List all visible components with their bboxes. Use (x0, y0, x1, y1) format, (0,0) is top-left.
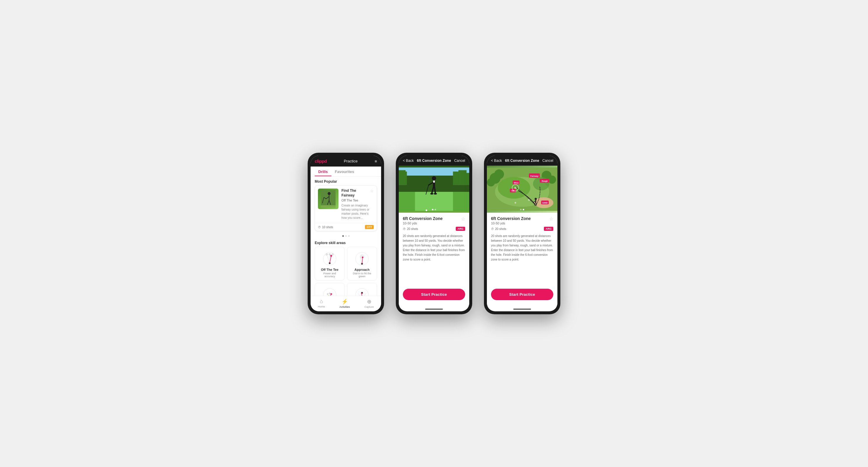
skill-card-off-tee[interactable]: Off The Tee Power and accuracy (315, 247, 345, 280)
phone3-header: < Back 6ft Conversion Zone Cancel (487, 156, 557, 166)
drill-description: 20 shots are randomly generated at dista… (403, 234, 465, 262)
putting-icon (355, 288, 369, 296)
detail-footer: Start Practice (399, 286, 469, 304)
home-bar (425, 309, 443, 309)
svg-rect-64 (433, 180, 435, 182)
cancel-button-3[interactable]: Cancel (542, 159, 553, 163)
drill-meta: ⏱ 20 shots ARG (403, 227, 465, 231)
tab-drills[interactable]: Drills (315, 167, 332, 176)
detail-title-3: 6ft Conversion Zone (505, 159, 539, 163)
start-practice-button[interactable]: Start Practice (403, 289, 465, 300)
drill-range-3: 10-50 yds (491, 222, 531, 225)
svg-rect-50 (399, 170, 405, 185)
phone-2: < Back 6ft Conversion Zone Cancel (396, 153, 472, 314)
nav-activities[interactable]: ⚡ Activities (339, 298, 350, 308)
svg-rect-55 (415, 192, 453, 211)
svg-point-28 (323, 289, 336, 296)
image-dots-3 (520, 209, 524, 210)
nav-capture[interactable]: ⊕ Capture (364, 298, 374, 308)
dot-3 (348, 235, 350, 237)
img-dot-2 (435, 209, 436, 210)
skill-card-around-green[interactable]: Around The Green Hone your short game (315, 283, 345, 296)
menu-icon[interactable]: ≡ (375, 159, 377, 164)
svg-point-63 (434, 193, 437, 195)
home-icon: ⌂ (320, 298, 323, 305)
header-title: Practice (344, 159, 358, 163)
badge-ott: OTT (365, 225, 374, 229)
phone2-header: < Back 6ft Conversion Zone Cancel (399, 156, 469, 166)
drill-card-carousel: Find The Fairway Off The Tee ☆ Create an… (311, 185, 381, 234)
star-icon-detail[interactable]: ☆ (461, 216, 465, 222)
svg-point-33 (331, 293, 332, 295)
timer-icon-3: ⏱ (491, 227, 494, 231)
cancel-button[interactable]: Cancel (454, 159, 465, 163)
image-dots (432, 209, 436, 210)
golfer-image (321, 190, 336, 208)
logo: clippd (315, 159, 327, 164)
phone-1: clippd Practice ≡ Drills Favourites Most… (308, 153, 384, 314)
svg-point-92 (514, 187, 516, 189)
shots-info: ⏱ 20 shots (403, 227, 418, 231)
bottom-nav: ⌂ Home ⚡ Activities ⊕ Capture (311, 296, 381, 311)
svg-point-71 (487, 178, 495, 187)
skill-desc-approach: Dial-in to hit the green (350, 272, 374, 278)
nav-activities-label: Activities (339, 305, 350, 308)
badge-arg-3: ARG (544, 227, 553, 231)
skill-card-approach[interactable]: Approach Dial-in to hit the green (347, 247, 377, 280)
around-green-icon (322, 288, 337, 296)
svg-text:Fairway: Fairway (530, 175, 538, 177)
activities-icon: ⚡ (341, 298, 348, 305)
clock-icon: ⏱ (318, 226, 321, 229)
card-image-inner (318, 189, 339, 209)
card-text: Find The Fairway Off The Tee ☆ Create an… (341, 189, 374, 220)
svg-rect-85 (535, 200, 536, 203)
svg-line-26 (362, 257, 363, 264)
svg-text:Miss: Miss (514, 181, 518, 184)
svg-point-44 (361, 293, 362, 294)
card-footer: ⏱ 10 shots OTT (315, 223, 377, 231)
off-tee-icon-area (318, 251, 341, 267)
img-dot-3-1 (520, 209, 522, 210)
star-icon[interactable]: ☆ (370, 189, 374, 193)
svg-point-18 (330, 255, 332, 257)
off-tee-icon (322, 252, 337, 266)
img-dot-3-2 (523, 209, 524, 210)
drill-description-3: 20 shots are randomly generated at dista… (491, 234, 553, 262)
star-icon-detail-3[interactable]: ☆ (549, 216, 553, 222)
svg-point-65 (426, 209, 427, 211)
svg-rect-8 (321, 205, 336, 208)
shots-info-3: ⏱ 20 shots (491, 227, 506, 231)
phone-3: < Back 6ft Conversion Zone Cancel (484, 153, 560, 314)
start-practice-button-3[interactable]: Start Practice (491, 289, 553, 300)
svg-point-84 (534, 198, 536, 200)
back-button-3[interactable]: < Back (491, 159, 502, 163)
shots-text: ⏱ 10 shots (318, 226, 333, 229)
skill-name-off-tee: Off The Tee (318, 268, 341, 271)
svg-line-40 (362, 293, 366, 296)
dot-1 (342, 235, 344, 237)
golfer-scene (399, 166, 469, 213)
drill-card[interactable]: Find The Fairway Off The Tee ☆ Create an… (315, 185, 377, 231)
carousel-dots (311, 234, 381, 238)
svg-point-62 (430, 193, 433, 195)
detail-content-3: 6ft Conversion Zone 10-50 yds ☆ ⏱ 20 sho… (487, 213, 557, 286)
skill-card-putting[interactable]: Putting Make and lag practice (347, 283, 377, 296)
putting-icon-area (350, 287, 374, 296)
img-dot-1 (432, 209, 433, 210)
tab-favourites[interactable]: Favourites (332, 167, 358, 176)
nav-home[interactable]: ⌂ Home (318, 298, 325, 308)
svg-line-88 (536, 203, 536, 205)
home-bar-3 (513, 309, 531, 309)
svg-point-1 (328, 192, 331, 195)
svg-point-27 (362, 257, 364, 258)
back-button[interactable]: < Back (403, 159, 414, 163)
timer-icon: ⏱ (403, 227, 406, 231)
nav-capture-label: Capture (364, 305, 374, 308)
skill-desc-off-tee: Power and accuracy (318, 272, 341, 278)
course-map-image: Fairway Rough Miss Hit (487, 166, 557, 213)
approach-icon-area (350, 251, 374, 267)
card-subtitle: Off The Tee (341, 198, 370, 202)
screen-content: Most Popular (311, 176, 381, 296)
svg-point-56 (432, 176, 436, 180)
detail-title: 6ft Conversion Zone (417, 159, 451, 163)
